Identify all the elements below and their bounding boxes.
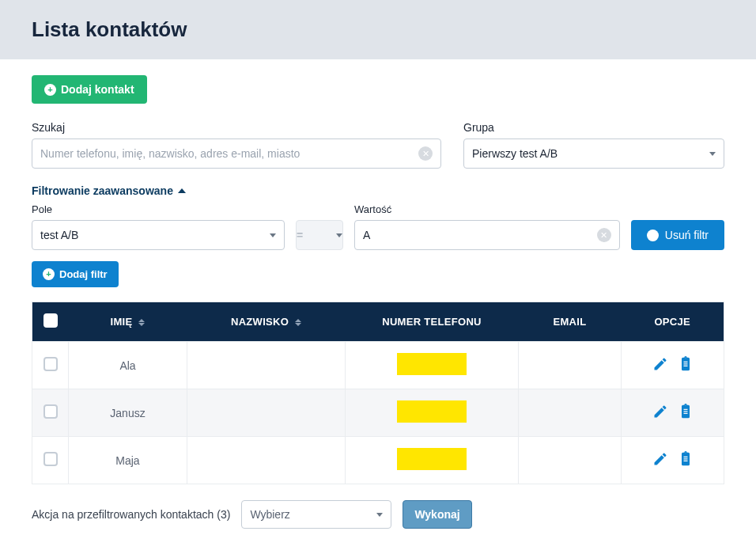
row-checkbox[interactable] xyxy=(43,404,58,419)
filter-operator: = xyxy=(297,229,303,241)
action-select[interactable]: Wybierz xyxy=(241,500,391,529)
th-nazwisko[interactable]: NAZWISKO xyxy=(187,302,346,342)
group-select[interactable]: Pierwszy test A/B xyxy=(463,138,724,169)
redacted-phone xyxy=(397,353,467,375)
search-input-wrap: ✕ xyxy=(32,138,441,169)
filter-field-label: Pole xyxy=(32,203,285,215)
th-imie[interactable]: IMIĘ xyxy=(69,302,187,342)
cell-email xyxy=(519,342,622,389)
add-contact-button[interactable]: + Dodaj kontakt xyxy=(32,75,147,104)
filter-field-select[interactable]: test A/B xyxy=(32,220,285,250)
page-header: Lista kontaktów xyxy=(0,0,756,59)
th-opcje: OPCJE xyxy=(622,302,724,342)
filter-value-label: Wartość xyxy=(354,203,620,215)
group-label: Grupa xyxy=(463,121,724,134)
caret-up-icon xyxy=(178,188,186,193)
th-nazwisko-label: NAZWISKO xyxy=(231,316,289,328)
add-filter-button[interactable]: + Dodaj filtr xyxy=(32,261,119,287)
redacted-phone xyxy=(397,400,467,423)
remove-filter-label: Usuń filtr xyxy=(665,229,709,241)
table-head-row: IMIĘ NAZWISKO NUMER TELEFONU EMAIL OPCJE xyxy=(32,302,724,342)
th-checkbox xyxy=(32,302,69,342)
search-input[interactable] xyxy=(40,147,418,160)
execute-label: Wykonaj xyxy=(414,508,459,521)
sort-icon xyxy=(138,319,145,326)
th-email: EMAIL xyxy=(519,302,622,342)
redacted-phone xyxy=(397,448,467,470)
cell-numer xyxy=(346,389,519,437)
cell-numer xyxy=(346,437,519,484)
advanced-filter-label: Filtrowanie zaawansowane xyxy=(32,184,173,197)
th-imie-label: IMIĘ xyxy=(111,316,133,328)
filter-field-value: test A/B xyxy=(40,229,78,241)
table-row: Maja xyxy=(32,437,724,484)
cell-email xyxy=(519,437,622,484)
cell-nazwisko xyxy=(187,389,346,437)
edit-icon[interactable] xyxy=(652,356,668,374)
clipboard-icon[interactable] xyxy=(678,356,694,374)
cell-numer xyxy=(346,342,519,389)
search-label: Szukaj xyxy=(32,121,441,134)
cell-nazwisko xyxy=(187,437,346,484)
row-checkbox[interactable] xyxy=(43,452,58,466)
table-row: Janusz xyxy=(32,389,724,437)
clear-filter-value-icon[interactable]: ✕ xyxy=(597,228,611,242)
add-filter-label: Dodaj filtr xyxy=(59,268,108,280)
th-email-label: EMAIL xyxy=(554,316,587,328)
edit-icon[interactable] xyxy=(652,404,668,422)
row-checkbox[interactable] xyxy=(43,357,58,371)
cell-email xyxy=(519,389,622,437)
th-numer-label: NUMER TELEFONU xyxy=(382,316,482,328)
select-all-checkbox[interactable] xyxy=(43,313,58,328)
page-title: Lista kontaktów xyxy=(32,17,724,42)
edit-icon[interactable] xyxy=(652,451,668,469)
cell-nazwisko xyxy=(187,342,346,389)
remove-filter-button[interactable]: − Usuń filtr xyxy=(631,220,724,250)
contacts-table: IMIĘ NAZWISKO NUMER TELEFONU EMAIL OPCJE xyxy=(32,302,724,484)
clipboard-icon[interactable] xyxy=(678,404,694,422)
execute-button[interactable]: Wykonaj xyxy=(403,500,471,529)
sort-icon xyxy=(295,319,301,326)
action-select-placeholder: Wybierz xyxy=(250,508,289,521)
clipboard-icon[interactable] xyxy=(678,451,694,469)
plus-circle-icon: + xyxy=(44,84,56,96)
chevron-down-icon xyxy=(709,152,716,156)
cell-imie: Maja xyxy=(69,437,187,484)
th-numer: NUMER TELEFONU xyxy=(346,302,519,342)
advanced-filter-toggle[interactable]: Filtrowanie zaawansowane xyxy=(32,184,186,197)
action-label-prefix: Akcja na przefiltrowanych kontaktach xyxy=(32,508,214,521)
filter-value-input[interactable] xyxy=(363,229,597,241)
group-selected: Pierwszy test A/B xyxy=(472,147,558,160)
chevron-down-icon xyxy=(336,233,342,237)
filter-operator-select[interactable]: = xyxy=(296,220,343,250)
action-count: 3 xyxy=(221,508,227,521)
clear-search-icon[interactable]: ✕ xyxy=(418,146,433,161)
table-row: Ala xyxy=(32,342,724,389)
chevron-down-icon xyxy=(376,513,383,517)
plus-circle-icon: + xyxy=(43,268,55,280)
minus-circle-icon: − xyxy=(647,230,659,241)
add-contact-label: Dodaj kontakt xyxy=(61,83,134,96)
chevron-down-icon xyxy=(270,233,276,237)
filter-value-wrap: ✕ xyxy=(354,220,620,250)
cell-imie: Ala xyxy=(69,342,187,389)
action-label: Akcja na przefiltrowanych kontaktach (3) xyxy=(32,508,230,521)
cell-imie: Janusz xyxy=(69,389,187,437)
th-opcje-label: OPCJE xyxy=(654,316,690,328)
